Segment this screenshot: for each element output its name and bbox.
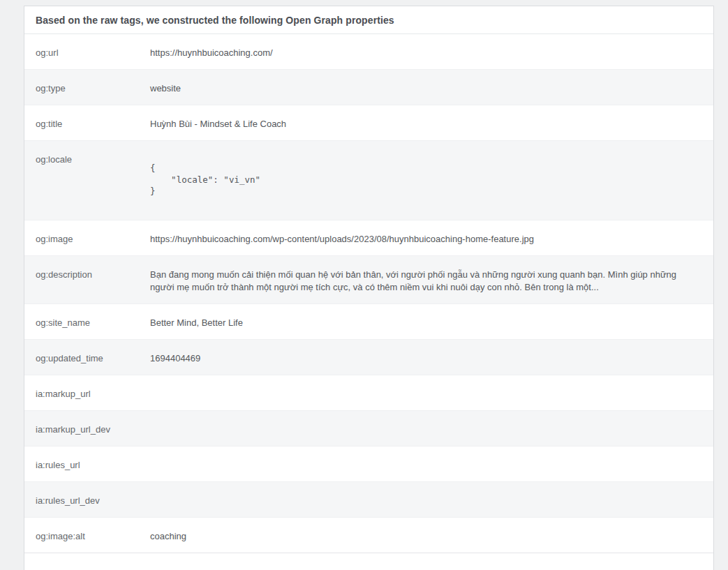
property-row: ia:rules_url — [24, 446, 713, 481]
property-key: og:type — [24, 70, 150, 105]
property-key: og:updated_time — [24, 340, 150, 375]
og-properties-table: og:url https://huynhbuicoaching.com/ og:… — [24, 34, 713, 553]
property-row: og:site_name Better Mind, Better Life — [24, 303, 713, 339]
property-value: https://huynhbuicoaching.com/wp-content/… — [150, 220, 713, 255]
property-value — [150, 375, 713, 410]
property-row: ia:markup_url_dev — [24, 410, 713, 446]
property-code-value: { "locale": "vi_vn" } — [150, 163, 701, 197]
property-value: { "locale": "vi_vn" } — [150, 141, 713, 220]
property-key: ia:rules_url_dev — [24, 482, 150, 517]
property-value: Huỳnh Bùi - Mindset & Life Coach — [150, 105, 713, 140]
property-value: Better Mind, Better Life — [150, 304, 713, 339]
og-properties-card: Based on the raw tags, we constructed th… — [24, 6, 714, 570]
property-row: og:image:alt coaching — [24, 517, 713, 553]
property-row: og:locale { "locale": "vi_vn" } — [24, 140, 713, 220]
property-key: og:locale — [24, 141, 150, 220]
property-value: https://huynhbuicoaching.com/ — [150, 34, 713, 69]
property-key: ia:markup_url_dev — [24, 411, 150, 446]
property-row: og:title Huỳnh Bùi - Mindset & Life Coac… — [24, 105, 713, 140]
property-key: og:image — [24, 220, 150, 255]
property-value — [150, 482, 713, 517]
card-title: Based on the raw tags, we constructed th… — [36, 15, 394, 26]
property-value: website — [150, 70, 713, 105]
property-key: og:url — [24, 34, 150, 69]
property-row: og:description Bạn đang mong muốn cải th… — [24, 255, 713, 303]
property-row: og:updated_time 1694404469 — [24, 339, 713, 375]
property-key: ia:markup_url — [24, 375, 150, 410]
property-key: og:site_name — [24, 304, 150, 339]
property-value: coaching — [150, 518, 713, 553]
card-footer — [24, 553, 713, 570]
card-header: Based on the raw tags, we constructed th… — [24, 6, 713, 34]
property-key: ia:rules_url — [24, 447, 150, 481]
property-value: Bạn đang mong muốn cải thiện mối quan hệ… — [150, 256, 713, 303]
property-row: ia:rules_url_dev — [24, 481, 713, 517]
property-value: 1694404469 — [150, 340, 713, 375]
property-row: og:url https://huynhbuicoaching.com/ — [24, 34, 713, 69]
property-value — [150, 447, 713, 481]
property-key: og:description — [24, 256, 150, 303]
property-value — [150, 411, 713, 446]
property-key: og:image:alt — [24, 518, 150, 553]
property-key: og:title — [24, 105, 150, 140]
property-row: og:image https://huynhbuicoaching.com/wp… — [24, 220, 713, 255]
property-row: og:type website — [24, 69, 713, 105]
property-row: ia:markup_url — [24, 375, 713, 410]
